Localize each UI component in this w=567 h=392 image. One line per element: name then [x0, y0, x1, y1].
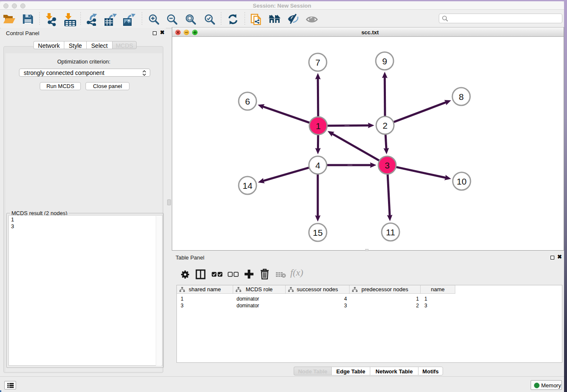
svg-text:15: 15 — [313, 228, 322, 237]
svg-text:9: 9 — [382, 56, 387, 66]
svg-text:10: 10 — [457, 177, 466, 186]
svg-text:6: 6 — [245, 97, 250, 106]
svg-text:3: 3 — [385, 160, 390, 170]
svg-text:14: 14 — [242, 181, 253, 190]
svg-text:8: 8 — [459, 92, 464, 102]
svg-text:7: 7 — [315, 58, 320, 67]
svg-text:2: 2 — [383, 121, 388, 130]
svg-text:1: 1 — [316, 121, 321, 131]
svg-text:4: 4 — [315, 160, 320, 170]
svg-text:11: 11 — [386, 227, 395, 237]
